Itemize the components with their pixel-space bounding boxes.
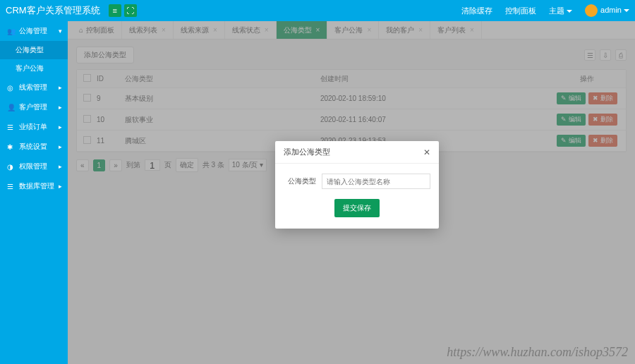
top-right: 清除缓存 控制面板 主题 admin — [461, 4, 629, 17]
brand-title: CRM客户关系管理系统 — [6, 4, 106, 17]
sidebar-item-permission[interactable]: ◑权限管理▸ — [0, 157, 68, 176]
type-name-input[interactable] — [322, 174, 430, 189]
target-icon: ◎ — [7, 84, 15, 92]
sidebar-sub-customer-gonghai[interactable]: 客户公海 — [0, 59, 68, 78]
sidebar-item-settings[interactable]: ✱系统设置▸ — [0, 137, 68, 157]
user-icon: 👤 — [7, 104, 15, 111]
close-icon[interactable]: ✕ — [423, 147, 430, 157]
users-icon: 👥 — [7, 28, 15, 35]
top-icon-group: ≡ ⛶ — [109, 4, 137, 17]
list-icon: ☰ — [7, 123, 15, 131]
database-icon: ☰ — [7, 183, 15, 190]
submit-button[interactable]: 提交保存 — [334, 199, 380, 217]
modal-footer: 提交保存 — [275, 195, 439, 229]
avatar — [585, 4, 598, 17]
modal-add-type: 添加公海类型 ✕ 公海类型 提交保存 — [275, 141, 439, 229]
topbar: CRM客户关系管理系统 ≡ ⛶ 清除缓存 控制面板 主题 admin — [0, 0, 635, 21]
gear-icon: ✱ — [7, 143, 15, 151]
shield-icon: ◑ — [7, 163, 15, 171]
sidebar-sub-gonghai-type[interactable]: 公海类型 — [0, 41, 68, 59]
modal-title: 添加公海类型 — [284, 147, 330, 157]
sidebar-item-gonghai[interactable]: 👥 公海管理▾ — [0, 21, 68, 41]
field-label: 公海类型 — [284, 176, 316, 186]
fullscreen-icon[interactable]: ⛶ — [124, 4, 137, 17]
sidebar-item-database[interactable]: ☰数据库管理▸ — [0, 176, 68, 196]
form-row: 公海类型 — [284, 174, 430, 189]
modal-body: 公海类型 — [275, 164, 439, 195]
theme-link[interactable]: 主题 — [549, 6, 572, 16]
modal-header: 添加公海类型 ✕ — [275, 141, 439, 164]
sidebar-item-clue[interactable]: ◎线索管理▸ — [0, 78, 68, 97]
user-menu[interactable]: admin — [585, 4, 629, 17]
control-panel-link[interactable]: 控制面板 — [505, 6, 536, 16]
clear-cache-link[interactable]: 清除缓存 — [461, 6, 492, 16]
menu-icon[interactable]: ≡ — [109, 4, 121, 17]
sidebar-item-orders[interactable]: ☰业绩订单▸ — [0, 117, 68, 137]
chevron-down-icon: ▾ — [59, 28, 62, 35]
sidebar: 👥 公海管理▾ 公海类型 客户公海 ◎线索管理▸ 👤客户管理▸ ☰业绩订单▸ ✱… — [0, 21, 68, 364]
sidebar-item-customer[interactable]: 👤客户管理▸ — [0, 97, 68, 117]
